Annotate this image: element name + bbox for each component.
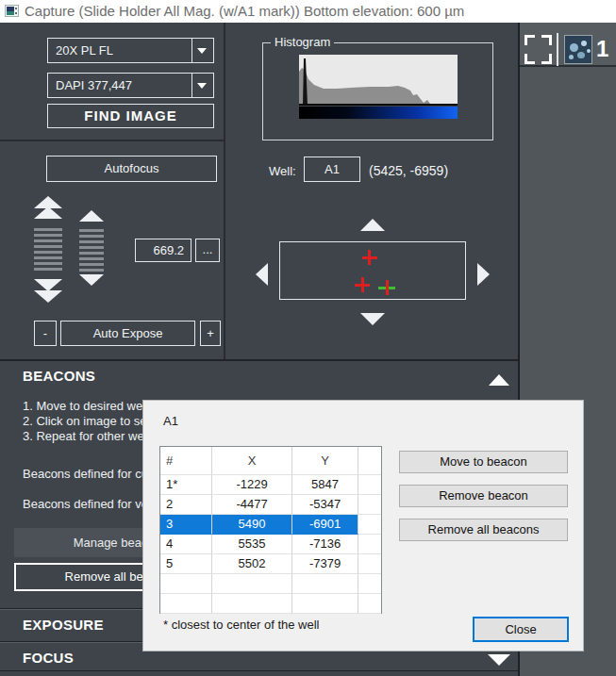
cell-empty — [358, 554, 381, 574]
panel-divider-horizontal — [0, 140, 224, 141]
spinner-ticks — [79, 229, 104, 272]
autofocus-button[interactable]: Autofocus — [46, 156, 217, 182]
table-row-empty[interactable] — [160, 594, 381, 614]
window-title-bar: Capture (Slide Holder All Mag. (w/A1 mar… — [0, 0, 616, 23]
cell-empty — [292, 594, 358, 614]
close-button[interactable]: Close — [473, 617, 569, 642]
channel-dropdown-button[interactable] — [191, 74, 213, 97]
column-header-empty — [358, 447, 381, 475]
cell-empty — [358, 574, 381, 594]
cell-y: -7136 — [292, 535, 358, 554]
cell-num: 1* — [160, 475, 212, 495]
z-position-field[interactable]: 669.2 — [135, 239, 191, 262]
well-name-box[interactable]: A1 — [304, 157, 360, 182]
find-image-button[interactable]: FIND IMAGE — [47, 104, 214, 128]
channel-select[interactable]: DAPI 377,447 — [47, 73, 214, 98]
beacons-dialog: A1 # X Y 1* -1229 5847 2 -4477 -5347 3 5… — [142, 400, 584, 651]
fine-up-icon[interactable] — [79, 210, 104, 222]
section-separator — [0, 670, 518, 671]
chevron-down-icon — [197, 83, 207, 89]
well-label: Well: — [269, 164, 296, 178]
well-map[interactable] — [279, 241, 466, 300]
cell-x: -4477 — [212, 495, 292, 515]
histogram-plot — [299, 55, 458, 106]
table-header-row: # X Y — [160, 447, 381, 475]
cell-empty — [292, 574, 358, 594]
nav-up-button[interactable] — [360, 219, 385, 231]
focus-section-header[interactable]: FOCUS — [23, 650, 74, 666]
move-to-beacon-button[interactable]: Move to beacon — [399, 451, 568, 473]
section-separator — [0, 359, 518, 361]
histogram-gradient-bar — [299, 107, 458, 119]
toolbar-divider — [557, 33, 558, 66]
beacons-defined-other: Beacons defined for ve — [23, 497, 148, 511]
cell-y: -6901 — [292, 515, 358, 535]
objective-select[interactable]: 20X PL FL — [47, 38, 214, 63]
table-row[interactable]: 2 -4477 -5347 — [160, 495, 381, 515]
cell-empty — [358, 475, 381, 495]
z-browse-button[interactable]: ... — [195, 239, 220, 262]
cell-empty — [212, 574, 292, 594]
fullscreen-icon[interactable] — [524, 35, 552, 64]
remove-all-beacons-dialog-button[interactable]: Remove all beacons — [399, 519, 568, 541]
cell-empty — [358, 495, 381, 515]
dialog-footnote: * closest to center of the well — [163, 618, 319, 632]
chevron-down-icon — [197, 48, 207, 54]
exposure-decrease-button[interactable]: - — [34, 321, 57, 346]
well-position: (5425, -6959) — [369, 163, 448, 178]
image-count: 1 — [596, 36, 608, 62]
column-header-num: # — [160, 447, 212, 475]
beacons-defined-current: Beacons defined for cu — [23, 467, 148, 481]
table-row-selected[interactable]: 3 5490 -6901 — [160, 515, 381, 535]
cells-view-button[interactable] — [564, 35, 592, 64]
exposure-increase-button[interactable]: + — [200, 321, 221, 346]
auto-expose-button[interactable]: Auto Expose — [60, 321, 195, 346]
objective-dropdown-button[interactable] — [191, 39, 213, 62]
fine-down-icon[interactable] — [79, 274, 104, 286]
remove-beacon-button[interactable]: Remove beacon — [399, 485, 568, 507]
chevron-down-icon[interactable] — [488, 654, 510, 666]
column-header-y: Y — [292, 447, 358, 475]
cell-num: 5 — [160, 554, 212, 574]
objective-value: 20X PL FL — [56, 43, 113, 58]
nav-right-button[interactable] — [477, 263, 490, 286]
cell-y: -5347 — [292, 495, 358, 515]
coarse-up-icon[interactable] — [34, 206, 62, 219]
toolbar-separator — [520, 65, 616, 67]
column-header-x: X — [212, 447, 292, 475]
exposure-section-header[interactable]: EXPOSURE — [23, 617, 104, 633]
table-row[interactable]: 1* -1229 5847 — [160, 475, 381, 495]
table-row[interactable]: 5 5502 -7379 — [160, 554, 381, 574]
z-coarse-spinner[interactable] — [34, 196, 62, 313]
histogram-label: Histogram — [271, 35, 334, 49]
cell-empty — [212, 594, 292, 614]
beacon-marker-red — [355, 284, 370, 287]
cell-y: -7379 — [292, 554, 358, 574]
beacon-marker-red — [362, 256, 377, 259]
beacons-table[interactable]: # X Y 1* -1229 5847 2 -4477 -5347 3 5490… — [159, 446, 382, 614]
z-fine-spinner[interactable] — [79, 196, 104, 313]
beacons-section-header[interactable]: BEACONS — [23, 368, 95, 384]
table-row[interactable]: 4 5535 -7136 — [160, 535, 381, 554]
cell-empty — [358, 594, 381, 614]
channel-value: DAPI 377,447 — [56, 78, 132, 92]
beacons-instruction-2: 2. Click on image to se — [23, 414, 147, 428]
cell-x: 5535 — [212, 535, 292, 554]
cell-empty — [160, 574, 212, 594]
chevron-up-icon[interactable] — [489, 374, 509, 386]
cell-num: 4 — [160, 535, 212, 554]
cell-empty — [160, 594, 212, 614]
window-title: Capture (Slide Holder All Mag. (w/A1 mar… — [25, 3, 464, 19]
coarse-down-icon[interactable] — [34, 290, 62, 303]
nav-left-button[interactable] — [256, 263, 268, 286]
beacon-marker-selected — [386, 280, 389, 295]
cell-empty — [358, 535, 381, 554]
beacons-instruction-3: 3. Repeat for other we — [23, 429, 144, 443]
cells-icon — [570, 43, 578, 52]
panel-divider-vertical — [224, 23, 225, 359]
nav-down-button[interactable] — [360, 313, 385, 325]
table-row-empty[interactable] — [160, 574, 381, 594]
dialog-title: A1 — [163, 414, 178, 428]
spinner-ticks — [34, 228, 62, 272]
cell-empty — [358, 515, 381, 535]
